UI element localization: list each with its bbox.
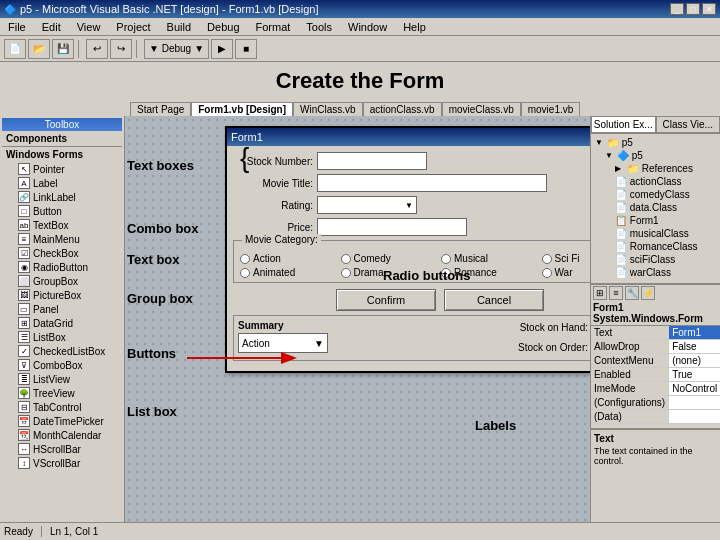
toolbar-stop[interactable]: ■: [235, 39, 257, 59]
toolbox-radiobutton[interactable]: ◉ RadioButton: [2, 260, 122, 274]
tree-actionclass[interactable]: 📄 actionClass: [593, 175, 718, 188]
props-icon3[interactable]: 🔧: [625, 286, 639, 300]
toolbox-picturebox[interactable]: 🖼 PictureBox: [2, 288, 122, 302]
prop-configurations-value[interactable]: [669, 396, 720, 410]
title-bar-buttons[interactable]: _ □ ✕: [670, 3, 716, 15]
tab-actionclass[interactable]: actionClass.vb: [363, 102, 442, 116]
close-btn[interactable]: ✕: [702, 3, 716, 15]
summary-right: Stock on Hand: Stock on Order:: [508, 320, 590, 356]
toolbox-textbox[interactable]: ab TextBox: [2, 218, 122, 232]
radio-action-label: Action: [253, 253, 281, 264]
tree-p5[interactable]: ▼ 🔷 p5: [593, 149, 718, 162]
tree-form1[interactable]: 📋 Form1: [593, 214, 718, 227]
maximize-btn[interactable]: □: [686, 3, 700, 15]
confirm-button[interactable]: Confirm: [336, 289, 436, 311]
radio-animated[interactable]: Animated: [240, 267, 339, 278]
tree-solution[interactable]: ▼ 📁 p5: [593, 136, 718, 149]
tree-musicalclass[interactable]: 📄 musicalClass: [593, 227, 718, 240]
prop-imemode-name: ImeMode: [591, 382, 669, 396]
tree-warclass[interactable]: 📄 warClass: [593, 266, 718, 279]
menu-help[interactable]: Help: [399, 20, 430, 34]
solution-explorer-tab[interactable]: Solution Ex...: [591, 116, 656, 133]
windows-forms-label: Windows Forms: [6, 149, 83, 160]
props-icon2[interactable]: ≡: [609, 286, 623, 300]
price-input[interactable]: [317, 218, 467, 236]
toolbox-mainmenu[interactable]: ≡ MainMenu: [2, 232, 122, 246]
menu-view[interactable]: View: [73, 20, 105, 34]
toolbar-undo[interactable]: ↩: [86, 39, 108, 59]
tree-references[interactable]: ▶ 📁 References: [593, 162, 718, 175]
toolbar-play[interactable]: ▶: [211, 39, 233, 59]
toolbox-vscrollbar[interactable]: ↕ VScrollBar: [2, 456, 122, 470]
prop-imemode-value[interactable]: NoControl: [669, 382, 720, 396]
prop-text-value[interactable]: Form1: [669, 326, 720, 340]
main-heading: Create the Form: [0, 62, 720, 98]
toolbox-groupbox-label: GroupBox: [33, 276, 78, 287]
tab-movieclass[interactable]: movieClass.vb: [442, 102, 521, 116]
class-view-tab[interactable]: Class Vie...: [656, 116, 721, 133]
annotation-buttons: Buttons: [127, 346, 176, 361]
props-icon4[interactable]: ⚡: [641, 286, 655, 300]
toolbox-monthcalendar[interactable]: 📆 MonthCalendar: [2, 428, 122, 442]
cancel-button[interactable]: Cancel: [444, 289, 544, 311]
radio-musical[interactable]: Musical: [441, 253, 540, 264]
annotation-combo-box: Combo box: [127, 221, 199, 236]
tree-romanceclass[interactable]: 📄 RomanceClass: [593, 240, 718, 253]
toolbar-save[interactable]: 💾: [52, 39, 74, 59]
title-bar-left: 🔷 p5 - Microsoft Visual Basic .NET [desi…: [4, 3, 319, 15]
movie-title-input[interactable]: [317, 174, 547, 192]
props-icon1[interactable]: ⊞: [593, 286, 607, 300]
rating-combo[interactable]: ▼: [317, 196, 417, 214]
menu-debug[interactable]: Debug: [203, 20, 243, 34]
menu-edit[interactable]: Edit: [38, 20, 65, 34]
prop-enabled-value[interactable]: True: [669, 368, 720, 382]
radio-comedy[interactable]: Comedy: [341, 253, 440, 264]
toolbar-redo[interactable]: ↪: [110, 39, 132, 59]
radio-animated-label: Animated: [253, 267, 295, 278]
toolbox-button[interactable]: □ Button: [2, 204, 122, 218]
toolbox-linklabel[interactable]: 🔗 LinkLabel: [2, 190, 122, 204]
menu-tools[interactable]: Tools: [302, 20, 336, 34]
toolbox-listbox[interactable]: ☰ ListBox: [2, 330, 122, 344]
toolbox-textbox-label: TextBox: [33, 220, 69, 231]
debug-dropdown[interactable]: ▼ Debug ▼: [144, 39, 209, 59]
tab-movie1[interactable]: movie1.vb: [521, 102, 581, 116]
menu-window[interactable]: Window: [344, 20, 391, 34]
toolbox-groupbox[interactable]: ⬜ GroupBox: [2, 274, 122, 288]
menu-project[interactable]: Project: [112, 20, 154, 34]
toolbox-label[interactable]: A Label: [2, 176, 122, 190]
prop-contextmenu-value[interactable]: (none): [669, 354, 720, 368]
toolbox-checkedlistbox[interactable]: ✓ CheckedListBox: [2, 344, 122, 358]
toolbox-panel[interactable]: ▭ Panel: [2, 302, 122, 316]
toolbox-listview[interactable]: ≣ ListView: [2, 372, 122, 386]
menu-build[interactable]: Build: [163, 20, 195, 34]
toolbox-combobox[interactable]: ⊽ ComboBox: [2, 358, 122, 372]
menu-format[interactable]: Format: [252, 20, 295, 34]
prop-allowdrop-value[interactable]: False: [669, 340, 720, 354]
tree-comedyclass[interactable]: 📄 comedyClass: [593, 188, 718, 201]
toolbox-hscrollbar[interactable]: ↔ HScrollBar: [2, 442, 122, 456]
stock-number-input[interactable]: [317, 152, 427, 170]
tab-winclass[interactable]: WinClass.vb: [293, 102, 363, 116]
minimize-btn[interactable]: _: [670, 3, 684, 15]
toolbar-new[interactable]: 📄: [4, 39, 26, 59]
listbox-icon: ☰: [18, 331, 30, 343]
tree-scificlass[interactable]: 📄 sciFiClass: [593, 253, 718, 266]
toolbox-pointer[interactable]: ↖ Pointer: [2, 162, 122, 176]
prop-text-name: Text: [591, 326, 669, 340]
toolbox-treeview[interactable]: 🌳 TreeView: [2, 386, 122, 400]
tree-dataclass[interactable]: 📄 data.Class: [593, 201, 718, 214]
toolbar-open[interactable]: 📂: [28, 39, 50, 59]
prop-data-value[interactable]: [669, 410, 720, 424]
radio-action[interactable]: Action: [240, 253, 339, 264]
menu-file[interactable]: File: [4, 20, 30, 34]
toolbox-checkbox[interactable]: ☑ CheckBox: [2, 246, 122, 260]
toolbox-datagrid[interactable]: ⊞ DataGrid: [2, 316, 122, 330]
radio-war[interactable]: War: [542, 267, 591, 278]
toolbox-tabcontrol[interactable]: ⊟ TabControl: [2, 400, 122, 414]
radio-scifi[interactable]: Sci Fi: [542, 253, 591, 264]
toolbox-datetimepicker[interactable]: 📅 DateTimePicker: [2, 414, 122, 428]
tab-start-page[interactable]: Start Page: [130, 102, 191, 116]
genre-listbox[interactable]: Action ▼: [238, 333, 328, 353]
tab-form-design[interactable]: Form1.vb [Design]: [191, 102, 293, 116]
